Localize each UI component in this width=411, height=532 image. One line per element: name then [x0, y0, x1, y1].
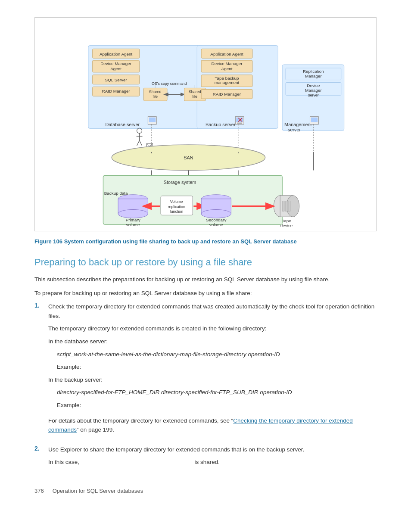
svg-rect-44	[149, 118, 156, 122]
svg-text:Tape backup: Tape backup	[215, 76, 239, 81]
step-1-backup-example: Example:	[57, 401, 377, 410]
footer-title: Operation for SQL Server databases	[53, 488, 143, 494]
step-1-content: Check the temporary directory for extend…	[48, 302, 377, 438]
step-2-inline: In this case, is shared.	[48, 457, 377, 467]
svg-text:file: file	[153, 94, 158, 99]
svg-text:management: management	[215, 80, 240, 85]
svg-point-78	[118, 209, 148, 218]
svg-text:Database server: Database server	[105, 122, 140, 127]
step-1-backup-label: In the backup server:	[48, 375, 377, 385]
svg-text:Agent: Agent	[110, 66, 121, 71]
svg-rect-97	[285, 201, 287, 212]
system-diagram: Database server Backup server Management…	[39, 22, 372, 227]
step-1-para2: The temporary directory for extended com…	[48, 324, 377, 333]
step-1-note-pre: For details about the temporary director…	[48, 417, 233, 424]
svg-text:Manager: Manager	[305, 74, 322, 78]
step-2-inline-pre: In this case,	[48, 459, 79, 465]
svg-text:Secondary: Secondary	[206, 218, 226, 222]
step-2-content: Use Explorer to share the temporary dire…	[48, 445, 377, 470]
svg-text:Storage system: Storage system	[164, 180, 196, 185]
step-1-note-post: ” on page 199.	[77, 426, 114, 433]
svg-text:Shared: Shared	[189, 90, 201, 94]
step-1-db-label: In the database server:	[48, 337, 377, 346]
svg-text:Tape: Tape	[282, 218, 291, 223]
svg-text:Replication: Replication	[303, 69, 324, 74]
svg-rect-98	[288, 201, 290, 212]
svg-text:server: server	[308, 93, 319, 97]
svg-text:Backup server: Backup server	[206, 122, 236, 127]
svg-text:file: file	[193, 94, 197, 99]
svg-text:volume: volume	[209, 222, 223, 227]
svg-text:Primary: Primary	[126, 218, 140, 222]
svg-text:Backup data: Backup data	[104, 191, 128, 196]
svg-text:Volume: Volume	[170, 199, 183, 204]
step-1-note: For details about the temporary director…	[48, 416, 377, 435]
step-2-text: Use Explorer to share the temporary dire…	[48, 445, 377, 454]
svg-text:Manager: Manager	[305, 88, 322, 93]
step-1-number: 1.	[34, 302, 48, 309]
svg-text:SAN: SAN	[184, 155, 193, 160]
svg-rect-52	[311, 118, 318, 122]
svg-text:OS's copy command: OS's copy command	[152, 81, 187, 86]
svg-text:SQL Server: SQL Server	[105, 78, 128, 82]
svg-text:Shared: Shared	[149, 90, 162, 94]
svg-text:Management: Management	[284, 122, 311, 127]
step-1-backup-path: directory-specified-for-FTP_HOME_DIR dir…	[57, 388, 377, 397]
page: Database server Backup server Management…	[0, 0, 411, 520]
figure-caption: Figure 106 System configuration using fi…	[34, 238, 377, 245]
svg-text:Device Manager: Device Manager	[212, 61, 243, 66]
svg-line-57	[137, 140, 140, 146]
svg-text:server: server	[288, 127, 301, 132]
svg-text:Device: Device	[307, 83, 320, 88]
intro-paragraph-2: To prepare for backing up or restoring a…	[34, 289, 377, 298]
page-number: 376	[34, 488, 44, 494]
page-footer: 376 Operation for SQL Server databases	[34, 488, 377, 494]
svg-line-58	[140, 140, 142, 146]
step-1-db-example: Example:	[57, 362, 377, 372]
svg-text:device: device	[280, 223, 293, 227]
svg-text:Agent: Agent	[221, 66, 233, 71]
section-heading: Preparing to back up or restore by using…	[34, 257, 377, 268]
svg-text:RAID Manager: RAID Manager	[213, 92, 241, 96]
svg-text:Device Manager: Device Manager	[100, 61, 132, 66]
svg-point-90	[201, 209, 231, 218]
svg-text:Application Agent: Application Agent	[210, 52, 243, 56]
step-1: 1. Check the temporary directory for ext…	[34, 302, 377, 438]
step-2-number: 2.	[34, 445, 48, 452]
svg-point-54	[137, 128, 142, 133]
svg-text:replication: replication	[168, 205, 185, 209]
svg-text:function: function	[170, 209, 183, 214]
svg-text:Application Agent: Application Agent	[100, 52, 133, 56]
steps-list: 1. Check the temporary directory for ext…	[34, 302, 377, 470]
intro-paragraph-1: This subsection describes the preparatio…	[34, 275, 377, 284]
svg-rect-96	[282, 201, 284, 212]
step-1-db-path: script_work-at-the-same-level-as-the-dic…	[57, 350, 377, 359]
svg-text:volume: volume	[126, 222, 140, 227]
svg-rect-48	[237, 123, 242, 124]
svg-text:RAID Manager: RAID Manager	[102, 89, 131, 93]
step-1-text: Check the temporary directory for extend…	[48, 302, 377, 320]
diagram-container: Database server Backup server Management…	[34, 17, 377, 231]
step-2-inline-post: is shared.	[195, 459, 220, 465]
step-2: 2. Use Explorer to share the temporary d…	[34, 445, 377, 470]
